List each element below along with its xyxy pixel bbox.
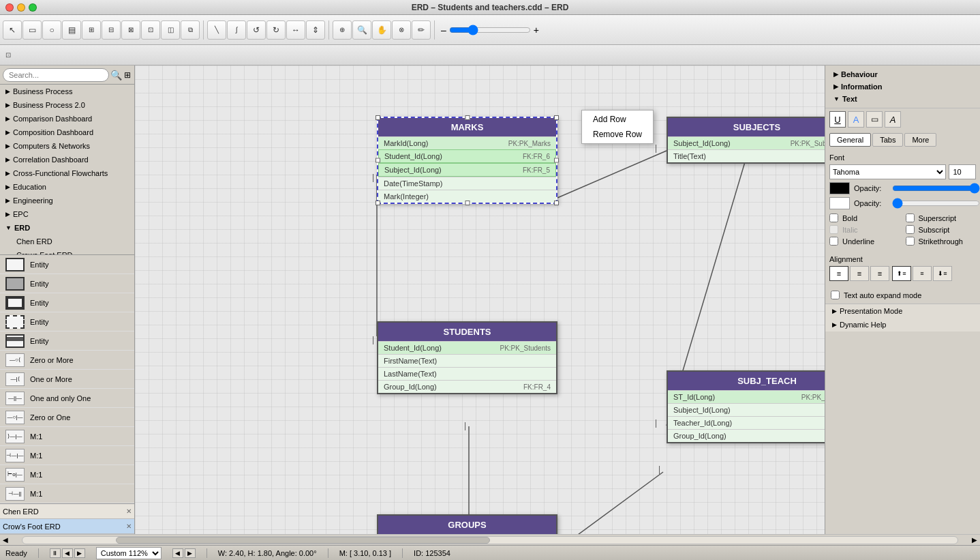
students-row-lastname[interactable]: LastName(Text) <box>378 367 556 380</box>
close-tab-crows-foot[interactable]: ✕ <box>126 522 132 530</box>
font-family-select[interactable]: Tahoma <box>829 164 946 179</box>
rect-tool[interactable]: ▭ <box>22 20 42 40</box>
pan-tool[interactable]: ✋ <box>372 20 391 40</box>
cross-tool[interactable]: ⊠ <box>121 20 140 40</box>
flip-h-tool[interactable]: ↔ <box>286 20 305 40</box>
scroll-thumb[interactable] <box>116 537 490 544</box>
shape-entity-4[interactable]: Entity <box>0 312 134 331</box>
fit-tool[interactable]: ⊗ <box>392 20 411 40</box>
subjects-table[interactable]: SUBJECTS Subject_Id(Long) PK:PK_Subjects… <box>667 117 825 164</box>
sidebar-item-business-process[interactable]: ▶ Business Process <box>0 85 134 98</box>
section-information[interactable]: ▶ Information <box>829 80 976 93</box>
search-button[interactable]: 🔍 <box>110 68 122 82</box>
handle-tr[interactable] <box>554 115 559 120</box>
ellipse-tool[interactable]: ○ <box>42 20 61 40</box>
subj-teach-row-teacherid[interactable]: Teacher_Id(Long) FK:FR_2 <box>668 416 825 429</box>
curve-tool[interactable]: ∫ <box>227 20 246 40</box>
students-row-firstname[interactable]: FirstName(Text) <box>378 354 556 367</box>
tab-more[interactable]: More <box>904 133 936 147</box>
maximize-button[interactable] <box>29 3 37 12</box>
redo-tool[interactable]: ↻ <box>266 20 286 40</box>
bottom-scrollbar[interactable]: ◀ ▶ <box>0 534 980 545</box>
students-row-groupid[interactable]: Group_Id(Long) FK:FR_4 <box>378 380 556 393</box>
box-tool[interactable]: ▭ <box>866 111 883 128</box>
sidebar-item-comparison[interactable]: ▶ Comparison Dashboard <box>0 112 134 126</box>
underline-checkbox[interactable] <box>829 237 838 246</box>
sidebar-item-chen-erd[interactable]: Chen ERD <box>0 235 134 248</box>
handle-br[interactable] <box>554 201 559 205</box>
strikethrough-checkbox[interactable] <box>906 237 915 246</box>
shape-m1-a[interactable]: ⟩—|— M:1 <box>0 427 134 446</box>
italic-checkbox[interactable] <box>829 225 838 234</box>
marks-row-studentid[interactable]: Student_Id(Long) FK:FR_6 <box>378 149 556 163</box>
text-auto-expand-checkbox[interactable] <box>831 291 840 299</box>
align-bottom-button[interactable]: ⬇≡ <box>933 266 952 281</box>
nav-next-btn[interactable]: ▶ <box>74 548 85 558</box>
zoom-in-view[interactable]: ⊕ <box>333 20 352 40</box>
align-center-button[interactable]: ≡ <box>850 266 869 281</box>
dynamic-help-link[interactable]: ▶ Dynamic Help <box>825 318 980 331</box>
align-right-button[interactable]: ≡ <box>870 266 889 281</box>
marks-row-markid[interactable]: MarkId(Long) PK:PK_Marks <box>378 136 556 149</box>
align-middle-button[interactable]: ≡ <box>913 266 932 281</box>
sidebar-item-business-process-2[interactable]: ▶ Business Process 2.0 <box>0 98 134 112</box>
tab-chen-erd[interactable]: Chen ERD ✕ <box>0 504 134 519</box>
color2-box[interactable] <box>829 197 850 209</box>
superscript-checkbox[interactable] <box>906 213 915 222</box>
draw-tool[interactable]: ╲ <box>207 20 226 40</box>
copy-tool[interactable]: ⧉ <box>181 20 200 40</box>
align-left-button[interactable]: ≡ <box>829 266 848 281</box>
grid-tool[interactable]: ⊡ <box>141 20 160 40</box>
sidebar-item-composition[interactable]: ▶ Composition Dashboard <box>0 126 134 139</box>
section-behaviour[interactable]: ▶ Behaviour <box>829 68 976 80</box>
nav-prev-btn[interactable]: ◀ <box>62 548 73 558</box>
page-right-btn[interactable]: ▶ <box>185 548 196 558</box>
shape-entity-3[interactable]: Entity <box>0 293 134 312</box>
page-left-btn[interactable]: ◀ <box>172 548 183 558</box>
subj-teach-row-groupid[interactable]: Group_Id(Long) FK:FR_1 <box>668 429 825 442</box>
zoom-minus[interactable]: – <box>441 25 446 35</box>
nav-pause-btn[interactable]: ⏸ <box>50 548 61 558</box>
search-view[interactable]: 🔍 <box>352 20 371 40</box>
context-add-row[interactable]: Add Row <box>582 112 653 127</box>
opacity1-slider[interactable] <box>892 183 980 194</box>
subscript-checkbox[interactable] <box>906 225 915 234</box>
sidebar-item-crows-foot-erd[interactable]: Crows Foot ERD <box>0 248 134 254</box>
scroll-left-btn[interactable]: ◀ <box>0 536 11 544</box>
subjects-row-title[interactable]: Title(Text) <box>668 149 825 162</box>
groups-table[interactable]: GROUPS Group_Id(Long) PK:PK_Groups Name(… <box>377 514 557 534</box>
align-top-button[interactable]: ⬆≡ <box>892 266 911 281</box>
handle-bl[interactable] <box>376 201 380 205</box>
subj-teach-row-id[interactable]: ST_Id(Long) PK:PK_Subj_Teach <box>668 390 825 403</box>
tab-tabs[interactable]: Tabs <box>872 133 903 147</box>
minimize-button[interactable] <box>17 3 25 12</box>
shape-one-more[interactable]: —|⟨ One or More <box>0 370 134 389</box>
color1-box[interactable] <box>829 182 850 194</box>
marks-table[interactable]: MARKS MarkId(Long) PK:PK_Marks Student_I… <box>377 117 557 204</box>
opacity2-slider[interactable] <box>892 198 980 209</box>
shape-entity-2[interactable]: Entity <box>0 274 134 293</box>
canvas-area[interactable]: | | | | | | | ◇ ▷ MARKS MarkId(Long) <box>135 65 825 534</box>
tab-general[interactable]: General <box>829 133 871 147</box>
bold-checkbox[interactable] <box>829 213 838 222</box>
grid-view-button[interactable]: ⊞ <box>123 68 132 82</box>
sidebar-item-engineering[interactable]: ▶ Engineering <box>0 194 134 207</box>
subjects-row-id[interactable]: Subject_Id(Long) PK:PK_Subjects <box>668 136 825 149</box>
subj-teach-table[interactable]: SUBJ_TEACH ST_Id(Long) PK:PK_Subj_Teach … <box>667 370 825 443</box>
handle-tm[interactable] <box>465 115 470 120</box>
marks-row-subjectid[interactable]: Subject_Id(Long) FK:FR_5 <box>378 163 556 177</box>
students-table[interactable]: STUDENTS Student_Id(Long) PK:PK_Students… <box>377 321 557 394</box>
sidebar-item-epc[interactable]: ▶ EPC <box>0 207 134 221</box>
window-controls[interactable] <box>5 3 37 12</box>
insert-tool[interactable]: ⊞ <box>82 20 101 40</box>
zoom-slider[interactable] <box>449 25 531 35</box>
delete-tool[interactable]: ⊟ <box>102 20 121 40</box>
scroll-track[interactable] <box>22 536 958 544</box>
shape-m1-d[interactable]: ⊣—|| M:1 <box>0 484 134 503</box>
context-remove-row[interactable]: Remove Row <box>582 127 653 142</box>
font-size-input[interactable] <box>949 164 976 179</box>
shape-m1-c[interactable]: ⊢o|— M:1 <box>0 465 134 484</box>
tab-crows-foot-erd[interactable]: Crow's Foot ERD ✕ <box>0 519 134 534</box>
shape-one-only[interactable]: —||— One and only One <box>0 389 134 408</box>
handle-ml[interactable] <box>376 158 380 163</box>
